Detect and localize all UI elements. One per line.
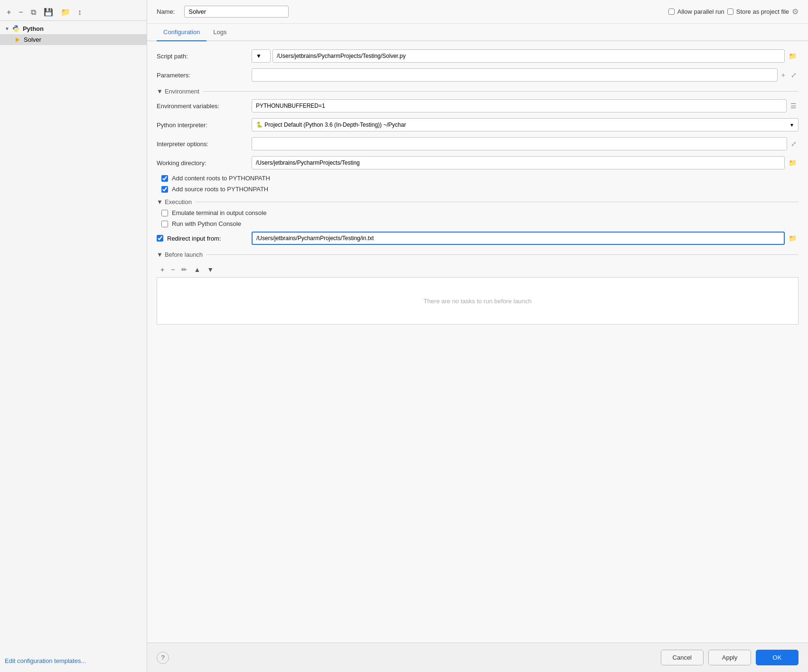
execution-arrow-icon: ▼ bbox=[157, 198, 163, 205]
ok-button[interactable]: OK bbox=[756, 650, 799, 665]
interpreter-value: 🐍 Project Default (Python 3.6 (In-Depth-… bbox=[256, 121, 406, 128]
execution-label: Execution bbox=[165, 198, 192, 205]
environment-section-header: ▼ Environment bbox=[157, 88, 799, 95]
interpreter-options-input[interactable] bbox=[252, 137, 787, 150]
redirect-input-folder-btn[interactable]: 📁 bbox=[787, 233, 799, 243]
working-dir-row: Working directory: 📁 bbox=[157, 156, 799, 170]
script-path-field: ▼ 📁 bbox=[252, 49, 799, 63]
launch-edit-btn[interactable]: ✏ bbox=[179, 265, 189, 274]
redirect-input-field: 📁 bbox=[252, 232, 799, 245]
sort-config-button[interactable]: ↕ bbox=[76, 7, 84, 18]
folder-config-button[interactable]: 📁 bbox=[59, 7, 72, 18]
expand-arrow-icon: ▼ bbox=[5, 26, 9, 31]
sidebar-solver-item[interactable]: Solver bbox=[0, 34, 147, 45]
execution-toggle-btn[interactable]: ▼ Execution bbox=[157, 198, 192, 205]
sidebar-python-group[interactable]: ▼ Python bbox=[0, 23, 147, 34]
allow-parallel-label: Allow parallel run bbox=[677, 8, 724, 15]
parameters-field: + ⤢ bbox=[252, 68, 799, 82]
cancel-button[interactable]: Cancel bbox=[661, 650, 704, 665]
content-roots-checkbox[interactable] bbox=[161, 175, 168, 182]
working-dir-label: Working directory: bbox=[157, 159, 252, 167]
header-options: Allow parallel run Store as project file… bbox=[668, 7, 799, 16]
before-launch-arrow-icon: ▼ bbox=[157, 251, 163, 258]
python-icon bbox=[12, 25, 20, 32]
solver-run-icon bbox=[14, 37, 21, 43]
dialog-footer: ? Cancel Apply OK bbox=[147, 643, 808, 672]
parameters-row: Parameters: + ⤢ bbox=[157, 68, 799, 82]
parameters-input[interactable] bbox=[252, 68, 778, 82]
env-vars-input[interactable] bbox=[252, 99, 787, 112]
interpreter-options-row: Interpreter options: ⤢ bbox=[157, 137, 799, 151]
store-project-checkbox[interactable] bbox=[727, 9, 733, 15]
form-content: Script path: ▼ 📁 Parameters: + ⤢ bbox=[147, 41, 808, 643]
script-path-row: Script path: ▼ 📁 bbox=[157, 49, 799, 63]
interpreter-dropdown-arrow: ▼ bbox=[789, 122, 794, 128]
launch-empty-area: There are no tasks to run before launch bbox=[157, 277, 799, 325]
run-python-console-label: Run with Python Console bbox=[172, 220, 241, 227]
remove-config-button[interactable]: − bbox=[17, 7, 25, 18]
parameters-expand-btn[interactable]: ⤢ bbox=[789, 70, 799, 80]
env-vars-field: ☰ bbox=[252, 99, 799, 112]
interpreter-dropdown[interactable]: 🐍 Project Default (Python 3.6 (In-Depth-… bbox=[252, 118, 799, 131]
emulate-terminal-row: Emulate terminal in output console bbox=[157, 209, 799, 216]
script-path-input[interactable] bbox=[272, 49, 785, 63]
emulate-terminal-label: Emulate terminal in output console bbox=[172, 209, 266, 216]
launch-toolbar: + − ✏ ▲ ▼ bbox=[157, 262, 799, 277]
content-roots-row: Add content roots to PYTHONPATH bbox=[157, 175, 799, 182]
copy-config-button[interactable]: ⧉ bbox=[29, 7, 38, 18]
tab-configuration[interactable]: Configuration bbox=[157, 24, 207, 41]
help-button[interactable]: ? bbox=[157, 652, 169, 664]
run-python-console-checkbox[interactable] bbox=[161, 221, 168, 227]
interpreter-row: Python interpreter: 🐍 Project Default (P… bbox=[157, 118, 799, 132]
edit-config-templates-link[interactable]: Edit configuration templates... bbox=[0, 653, 147, 668]
launch-remove-btn[interactable]: − bbox=[169, 265, 177, 274]
store-project-label: Store as project file bbox=[736, 8, 789, 15]
parameters-label: Parameters: bbox=[157, 72, 252, 79]
no-tasks-label: There are no tasks to run before launch bbox=[423, 298, 532, 305]
interpreter-options-expand-btn[interactable]: ⤢ bbox=[789, 139, 799, 149]
redirect-input-input[interactable] bbox=[252, 232, 785, 245]
interpreter-field: 🐍 Project Default (Python 3.6 (In-Depth-… bbox=[252, 118, 799, 131]
save-config-button[interactable]: 💾 bbox=[42, 7, 55, 18]
run-python-console-row: Run with Python Console bbox=[157, 220, 799, 227]
allow-parallel-checkbox[interactable] bbox=[668, 9, 675, 15]
environment-toggle-btn[interactable]: ▼ Environment bbox=[157, 88, 199, 95]
environment-label: Environment bbox=[165, 88, 199, 95]
redirect-input-checkbox[interactable] bbox=[157, 235, 163, 242]
apply-button[interactable]: Apply bbox=[708, 650, 751, 665]
working-dir-folder-btn[interactable]: 📁 bbox=[787, 158, 799, 168]
launch-up-btn[interactable]: ▲ bbox=[192, 265, 202, 274]
config-header: Name: Allow parallel run Store as projec… bbox=[147, 0, 808, 24]
sidebar-solver-label: Solver bbox=[24, 36, 41, 43]
content-roots-label: Add content roots to PYTHONPATH bbox=[172, 175, 270, 182]
interpreter-label: Python interpreter: bbox=[157, 121, 252, 129]
dropdown-arrow-icon: ▼ bbox=[256, 53, 262, 59]
redirect-input-label: Redirect input from: bbox=[167, 235, 221, 242]
working-dir-input[interactable] bbox=[252, 156, 785, 169]
script-path-folder-btn[interactable]: 📁 bbox=[787, 51, 799, 61]
env-vars-edit-btn[interactable]: ☰ bbox=[789, 101, 799, 111]
svg-marker-0 bbox=[16, 37, 19, 42]
before-launch-toggle-btn[interactable]: ▼ Before launch bbox=[157, 251, 203, 258]
source-roots-checkbox[interactable] bbox=[161, 186, 168, 193]
redirect-input-row: Redirect input from: 📁 bbox=[157, 231, 799, 245]
sidebar-toolbar: + − ⧉ 💾 📁 ↕ bbox=[0, 4, 147, 21]
working-dir-field: 📁 bbox=[252, 156, 799, 169]
script-path-dropdown-btn[interactable]: ▼ bbox=[252, 49, 271, 63]
launch-add-btn[interactable]: + bbox=[159, 265, 166, 274]
name-input[interactable] bbox=[184, 6, 289, 18]
tab-logs[interactable]: Logs bbox=[207, 24, 233, 41]
parameters-add-btn[interactable]: + bbox=[780, 70, 787, 80]
add-config-button[interactable]: + bbox=[5, 7, 13, 18]
script-path-label: Script path: bbox=[157, 53, 252, 60]
gear-button[interactable]: ⚙ bbox=[792, 7, 799, 16]
sidebar-python-label: Python bbox=[23, 25, 44, 32]
content-panel: Name: Allow parallel run Store as projec… bbox=[147, 0, 808, 672]
emulate-terminal-checkbox[interactable] bbox=[161, 210, 168, 216]
tabs-bar: Configuration Logs bbox=[147, 24, 808, 41]
env-vars-label: Environment variables: bbox=[157, 103, 252, 110]
launch-down-btn[interactable]: ▼ bbox=[205, 265, 216, 274]
source-roots-label: Add source roots to PYTHONPATH bbox=[172, 186, 268, 193]
execution-section-header: ▼ Execution bbox=[157, 198, 799, 205]
env-vars-row: Environment variables: ☰ bbox=[157, 99, 799, 113]
